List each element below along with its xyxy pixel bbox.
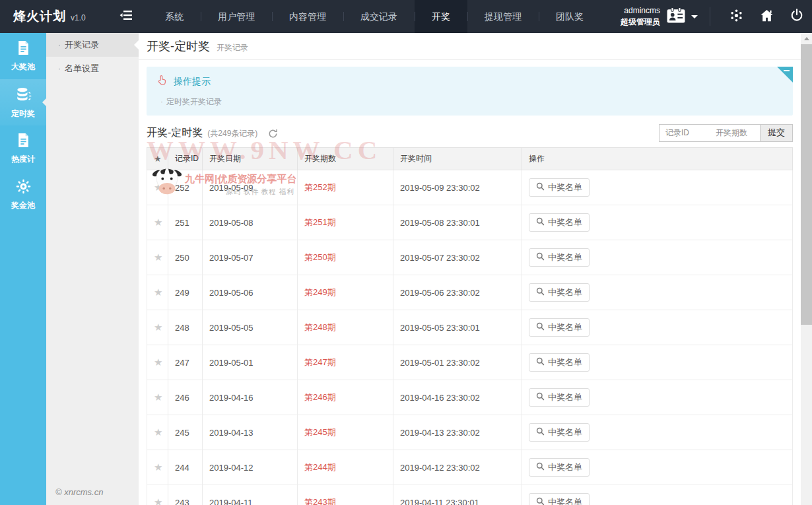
period-cell: 第244期 [298,450,393,485]
submenu-item-list-settings[interactable]: ·名单设置 [46,57,139,81]
winners-list-label: 中奖名单 [548,182,582,193]
star-icon[interactable]: ★ [154,321,162,333]
draw-time-value: 2019-05-08 23:30:01 [400,218,480,228]
period-cell: 第246期 [298,380,393,415]
sidebar-item-bonus-pool[interactable]: 奖金池 [0,172,46,218]
record-id-value: 250 [175,253,189,263]
winners-list-button[interactable]: 中奖名单 [529,458,590,477]
user-menu-button[interactable] [666,7,698,26]
draw-time-cell: 2019-05-05 23:30:01 [393,310,522,345]
winners-list-button[interactable]: 中奖名单 [529,353,590,372]
sidebar-item-big-prize-pool[interactable]: 大奖池 [0,33,46,79]
draw-time-cell: 2019-04-11 23:30:01 [393,485,522,505]
period-cell: 第250期 [298,240,393,275]
star-icon[interactable]: ★ [154,391,162,403]
draw-time-value: 2019-04-13 23:30:02 [400,428,480,438]
nav-item[interactable]: 内容管理 [272,0,343,33]
winners-list-label: 中奖名单 [548,321,582,333]
collapse-menu-button[interactable] [112,0,140,33]
nav-item[interactable]: 系统 [148,0,201,33]
search-icon [536,462,545,473]
nav-item[interactable]: 提现管理 [467,0,539,33]
actions-cell: 中奖名单 [522,275,793,310]
clear-cache-button[interactable] [721,0,751,33]
sidebar-item-heat-meter[interactable]: 热度计 [0,125,46,172]
period-value: 第251期 [304,217,336,227]
period-value: 第252期 [304,182,336,192]
star-column-header: ★ [147,148,168,170]
user-name: admincms [621,5,660,17]
favorite-cell: ★ [147,275,168,310]
star-icon[interactable]: ★ [154,461,162,473]
submenu-item-draw-records[interactable]: ·开奖记录 [46,33,139,57]
period-value: 第245期 [304,427,336,437]
search-icon [536,287,545,298]
draw-date-value: 2019-05-07 [209,253,254,263]
scrollbar-thumb[interactable] [801,44,812,325]
record-count: (共249条记录) [207,127,257,139]
sidebar-item-timed-prize[interactable]: 定时奖 [0,79,46,125]
draw-time-cell: 2019-04-13 23:30:02 [393,415,522,450]
home-icon [759,8,774,26]
star-icon[interactable]: ★ [154,286,162,298]
winners-list-label: 中奖名单 [548,356,582,368]
winners-list-button[interactable]: 中奖名单 [529,423,590,442]
star-icon[interactable]: ★ [154,217,162,228]
draw-date-cell: 2019-05-05 [203,310,298,345]
refresh-button[interactable] [268,127,278,139]
bullet-icon: · [160,97,163,106]
draw-time-value: 2019-04-16 23:30:02 [400,393,480,403]
draw-date-value: 2019-04-11 [209,498,253,505]
draw-time-value: 2019-05-09 23:30:02 [400,183,480,193]
star-icon[interactable]: ★ [154,356,162,368]
table-row: ★ 250 2019-05-07 第250期 2019-05-07 23:30:… [147,240,793,275]
winners-list-button[interactable]: 中奖名单 [529,493,590,505]
submit-button[interactable]: 提交 [760,125,792,141]
nav-item[interactable]: 用户管理 [201,0,272,33]
period-input[interactable] [710,125,760,141]
period-cell: 第249期 [298,275,393,310]
scrollbar-up-arrow-icon[interactable] [801,33,812,44]
draw-time-cell: 2019-05-07 23:30:02 [393,240,522,275]
period-value: 第244期 [304,462,336,472]
winners-list-label: 中奖名单 [548,461,582,473]
draw-date-value: 2019-04-12 [209,463,254,473]
alert-collapse-button[interactable] [777,67,793,83]
winners-list-button[interactable]: 中奖名单 [529,283,590,302]
favorite-cell: ★ [147,415,168,450]
nav-item[interactable]: 团队奖 [539,0,601,33]
record-id-value: 247 [175,358,189,368]
nav-item[interactable]: 成交记录 [343,0,415,33]
draw-date-cell: 2019-04-13 [203,415,298,450]
winners-list-button[interactable]: 中奖名单 [529,318,590,337]
period-value: 第249期 [304,287,336,297]
app-logo: 烽火计划v1.0 [0,8,112,25]
winners-list-label: 中奖名单 [548,496,582,505]
star-icon[interactable]: ★ [154,496,162,505]
record-id-value: 246 [175,393,189,403]
table-row: ★ 247 2019-05-01 第247期 2019-05-01 23:30:… [147,345,793,380]
sidebar: 大奖池 定时奖 [0,33,46,505]
coins-icon [15,86,32,108]
nav-item-label: 内容管理 [289,11,326,22]
alert-header: 操作提示 [156,74,784,89]
vertical-scrollbar[interactable] [801,33,812,505]
home-button[interactable] [751,0,782,33]
star-icon[interactable]: ★ [154,252,162,263]
logout-button[interactable] [782,0,812,33]
star-icon[interactable]: ★ [154,182,162,193]
nav-item[interactable]: 开奖 [415,0,467,33]
record-id-input[interactable] [660,125,710,141]
draw-date-value: 2019-05-01 [209,358,254,368]
draw-date-cell: 2019-05-07 [203,240,298,275]
star-icon[interactable]: ★ [154,426,162,438]
search-icon [536,427,545,438]
winners-list-button[interactable]: 中奖名单 [529,388,590,407]
winners-list-button[interactable]: 中奖名单 [529,248,590,267]
column-header-period: 开奖期数 [298,148,393,170]
search-icon [536,497,545,505]
favorite-cell: ★ [147,240,168,275]
winners-list-button[interactable]: 中奖名单 [529,178,590,197]
winners-list-button[interactable]: 中奖名单 [529,213,590,232]
nav-item-label: 用户管理 [218,11,255,22]
